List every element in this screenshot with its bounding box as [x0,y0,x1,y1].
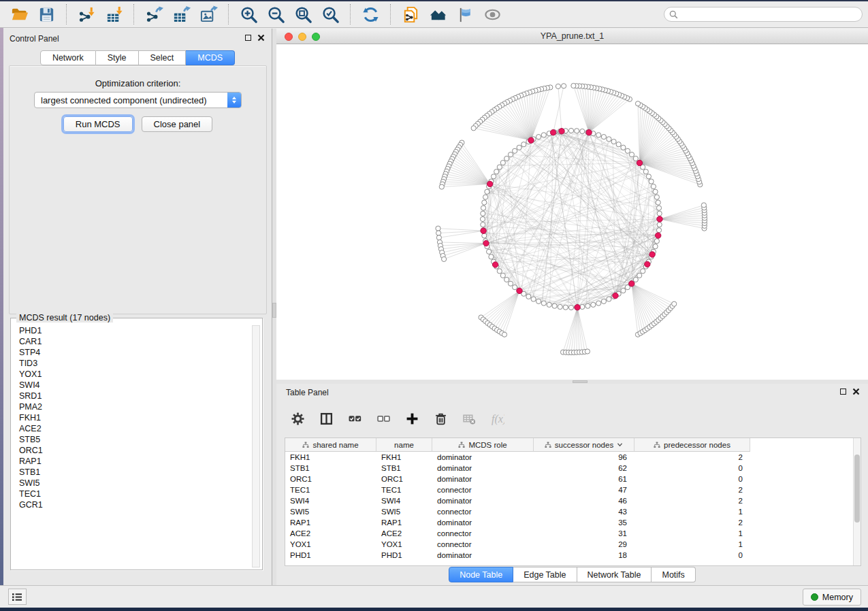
mcds-node[interactable] [637,160,642,165]
save-button[interactable] [33,3,60,26]
show-columns-button[interactable] [317,410,335,427]
mcds-result-item[interactable]: SWI4 [12,380,251,391]
mcds-node[interactable] [550,130,556,135]
mcds-node[interactable] [575,305,580,310]
tab-network[interactable]: Network [40,50,96,65]
cell-MCDS-role: connector [432,528,534,539]
mcds-node[interactable] [645,261,650,267]
mcds-result-item[interactable]: RAP1 [12,456,251,467]
refresh-button[interactable] [357,3,384,26]
network-window-titlebar: YPA_prune.txt_1 [276,29,868,44]
column-header-MCDS-role[interactable]: MCDS role [432,438,534,452]
zoom-in-button[interactable] [235,3,262,26]
network-graph[interactable] [276,44,868,380]
tab-mcds[interactable]: MCDS [186,50,235,65]
tab-select[interactable]: Select [139,50,187,65]
add-row-button[interactable] [403,410,421,427]
table-row[interactable]: RAP1RAP1dominator352 [285,517,853,528]
mcds-result-item[interactable]: SWI5 [12,478,251,489]
mcds-list-scrollbar[interactable] [252,325,260,567]
delete-row-button[interactable] [432,410,449,427]
mcds-node[interactable] [613,293,618,298]
task-history-button[interactable] [8,589,27,605]
mcds-node[interactable] [586,130,592,135]
table-row[interactable]: ACE2ACE2connector311 [285,528,853,539]
table-scrollbar[interactable] [853,438,861,565]
close-panel-button[interactable]: Close panel [142,116,213,132]
mcds-result-item[interactable]: PHD1 [12,325,251,336]
select-all-button[interactable] [346,410,364,427]
mcds-node[interactable] [517,288,522,293]
open-file-button[interactable] [5,3,33,26]
column-header-successor-nodes[interactable]: successor nodes [534,438,634,452]
table-row[interactable]: FKH1FKH1dominator962 [285,452,853,463]
show-graphics-details-button[interactable] [479,3,506,26]
search-input[interactable] [678,8,862,20]
deselect-all-button[interactable] [374,410,392,427]
export-image-button[interactable] [195,3,222,26]
mcds-node[interactable] [656,233,661,238]
mcds-result-item[interactable]: GCR1 [12,499,251,510]
column-header-shared-name[interactable]: shared name [285,438,376,452]
mcds-result-item[interactable]: ACE2 [12,423,251,434]
mcds-node[interactable] [481,228,486,233]
home-button[interactable] [424,3,451,26]
mcds-result-item[interactable]: PMA2 [12,401,251,412]
table-row[interactable]: STB1STB1dominator620 [285,463,853,474]
mcds-node[interactable] [492,262,498,267]
import-table-button[interactable] [100,3,127,26]
export-table-button[interactable] [167,3,195,26]
hide-graphics-details-button[interactable] [451,3,479,26]
mcds-result-item[interactable]: SRD1 [12,391,251,401]
tab-edge-table[interactable]: Edge Table [513,567,577,582]
mcds-result-item[interactable]: STB1 [12,467,251,478]
export-network-button[interactable] [140,3,167,26]
mcds-result-item[interactable]: TEC1 [12,489,251,499]
table-row[interactable]: SWI5SWI5connector431 [285,506,853,517]
table-row[interactable]: SWI4SWI4dominator462 [285,495,853,506]
table-row[interactable]: ORC1ORC1dominator610 [285,474,853,484]
mcds-node[interactable] [487,181,493,186]
float-table-panel-icon[interactable] [840,389,846,395]
mcds-node[interactable] [629,281,634,286]
table-row[interactable]: YOX1YOX1connector291 [285,539,853,550]
mcds-node[interactable] [528,137,534,143]
mcds-result-item[interactable]: STP4 [12,347,251,358]
zoom-selected-button[interactable] [317,3,344,26]
import-network-button[interactable] [73,3,100,26]
mcds-result-item[interactable]: YOX1 [12,369,251,380]
table-row[interactable]: TEC1TEC1connector472 [285,484,853,495]
mcds-node[interactable] [649,252,655,257]
settings-button[interactable] [289,410,306,427]
table-row[interactable]: PHD1PHD1dominator180 [285,550,853,561]
float-panel-icon[interactable] [245,35,251,41]
tab-style[interactable]: Style [96,50,139,65]
mcds-result-item[interactable]: FKH1 [12,412,251,423]
mcds-node[interactable] [657,216,662,222]
mcds-result-item[interactable]: CAR1 [12,336,251,347]
mcds-result-item[interactable]: STB5 [12,434,251,445]
column-header-name[interactable]: name [376,438,432,452]
mcds-result-item[interactable]: TID3 [12,358,251,369]
memory-button[interactable]: Memory [803,589,861,606]
tab-node-table[interactable]: Node Table [449,567,513,582]
tab-motifs[interactable]: Motifs [652,567,695,582]
mcds-node[interactable] [483,240,489,246]
column-header-predecessor-nodes[interactable]: predecessor nodes [634,438,750,452]
network-view[interactable] [276,44,868,380]
mcds-result-item[interactable]: ORC1 [12,445,251,456]
horizontal-splitter-grip[interactable] [573,380,588,383]
optimization-criterion-select[interactable]: largest connected component (undirected) [34,92,242,108]
share-document-button[interactable] [397,3,424,26]
close-table-panel-icon[interactable] [852,388,860,395]
zoom-fit-button[interactable] [289,3,317,26]
cell-MCDS-role: dominator [432,495,534,506]
zoom-out-button[interactable] [262,3,289,26]
close-panel-icon[interactable] [257,34,265,42]
run-mcds-button[interactable]: Run MCDS [63,116,133,132]
mcds-result-list[interactable]: PHD1CAR1STP4TID3YOX1SWI4SRD1PMA2FKH1ACE2… [12,325,251,568]
table-scrollbar-thumb[interactable] [854,455,860,523]
tab-network-table[interactable]: Network Table [577,567,652,582]
search-box[interactable] [664,7,863,22]
mcds-node[interactable] [559,129,564,134]
